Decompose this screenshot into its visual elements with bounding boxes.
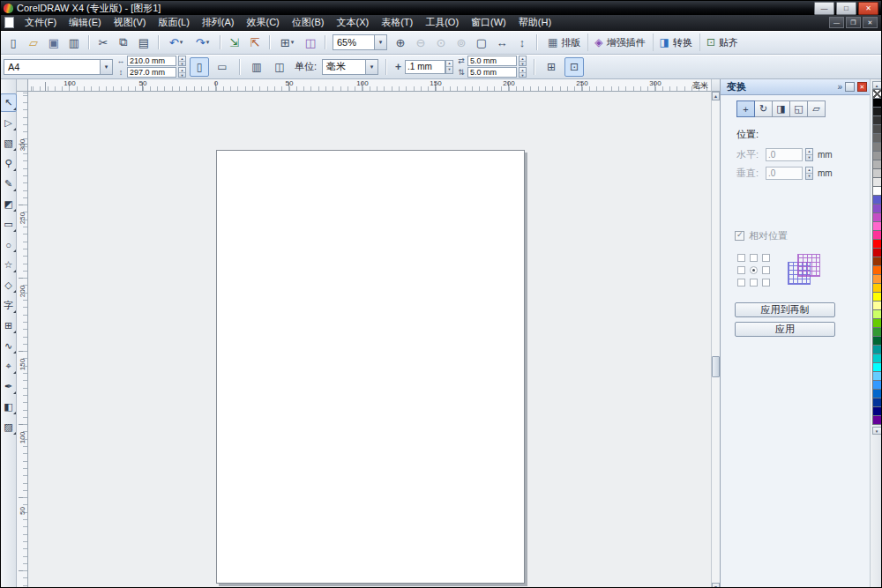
redo-button[interactable]: ↷▾ xyxy=(190,33,215,52)
units-select[interactable]: 毫米 ▾ xyxy=(322,59,378,75)
duplicate-x-spinner[interactable] xyxy=(519,56,527,66)
transform-rotate-tab[interactable]: ↻ xyxy=(754,100,773,117)
palette-scroll-up-button[interactable]: ▴ xyxy=(872,81,882,89)
anchor-cell[interactable] xyxy=(750,279,758,287)
transform-skew-tab[interactable]: ▱ xyxy=(807,100,826,117)
zoom-out-button[interactable]: ⊖▾ xyxy=(411,33,430,52)
menu-effects[interactable]: 效果(C) xyxy=(241,15,286,30)
convert-button[interactable]: ◨转换 xyxy=(653,33,699,51)
dropdown-arrow-icon[interactable]: ▾ xyxy=(365,60,377,74)
fill-tool[interactable]: ◧ xyxy=(0,398,17,416)
close-button[interactable]: ✕ xyxy=(858,2,878,15)
interactive-fill-tool[interactable]: ▨ xyxy=(0,418,17,436)
menu-window[interactable]: 窗口(W) xyxy=(465,15,512,30)
table-tool[interactable]: ⊞ xyxy=(0,316,17,335)
export-button[interactable]: ⇱▾ xyxy=(245,33,265,52)
scroll-down-button[interactable]: ▼ xyxy=(712,583,720,588)
dropdown-arrow-icon[interactable]: ▾ xyxy=(100,60,112,74)
anchor-cell[interactable] xyxy=(762,254,770,262)
rectangle-tool[interactable]: ▭ xyxy=(0,215,17,234)
mdi-close-button[interactable]: ✕ xyxy=(863,17,878,28)
shape-tool[interactable]: ▷ xyxy=(0,114,17,132)
typeset-button[interactable]: ▦排版 xyxy=(542,33,587,51)
menu-bitmaps[interactable]: 位图(B) xyxy=(286,15,331,30)
import-button[interactable]: ⇲▾ xyxy=(225,33,244,52)
docker-close-button[interactable]: ✕ xyxy=(857,82,867,92)
portrait-button[interactable]: ▯ xyxy=(190,57,209,77)
snap-to-grid-button[interactable]: ⊞ xyxy=(542,57,561,77)
menu-file[interactable]: 文件(F) xyxy=(19,15,63,30)
anchor-cell[interactable] xyxy=(762,279,770,287)
paper-width-spinner[interactable] xyxy=(178,56,186,66)
eyedropper-tool[interactable]: ⌖ xyxy=(0,357,17,376)
paper-height-input[interactable] xyxy=(127,67,176,78)
pick-tool[interactable]: ↖ xyxy=(0,93,17,112)
cut-button[interactable]: ✂▾ xyxy=(93,33,113,52)
copy-button[interactable]: ⧉▾ xyxy=(114,33,133,52)
zoom-tool[interactable]: ⚲ xyxy=(0,154,17,173)
docker-expand-chevron[interactable]: » xyxy=(837,82,842,92)
horizontal-position-input[interactable] xyxy=(766,148,803,161)
undo-button[interactable]: ↶▾ xyxy=(163,33,189,52)
anchor-cell[interactable] xyxy=(750,254,758,262)
paste-button[interactable]: ▤▾ xyxy=(134,33,153,52)
blend-tool[interactable]: ∿ xyxy=(0,337,17,355)
menu-help[interactable]: 帮助(H) xyxy=(512,15,557,30)
polygon-tool[interactable]: ☆ xyxy=(0,256,17,274)
new-button[interactable]: ▯▾ xyxy=(4,33,23,52)
zoom-page-width-button[interactable]: ↔▾ xyxy=(492,33,512,52)
document-page[interactable] xyxy=(216,150,525,584)
all-pages-button[interactable]: ▥ xyxy=(247,57,266,77)
relative-position-checkbox[interactable] xyxy=(735,231,744,241)
landscape-button[interactable]: ▭ xyxy=(213,57,232,77)
basic-shapes-tool[interactable]: ◇ xyxy=(0,276,17,294)
zoom-in-button[interactable]: ⊕▾ xyxy=(391,33,410,52)
current-page-button[interactable]: ◫ xyxy=(270,57,289,77)
vertical-position-input[interactable] xyxy=(766,167,803,180)
docker-rollup-button[interactable] xyxy=(845,82,855,92)
menu-view[interactable]: 视图(V) xyxy=(108,15,153,30)
zoom-selected-button[interactable]: ⊙▾ xyxy=(431,33,451,52)
nudge-spinner[interactable] xyxy=(445,60,453,74)
text-tool[interactable]: 字 xyxy=(0,296,17,315)
paper-type-select[interactable]: A4 ▾ xyxy=(4,59,113,75)
zoom-level-select[interactable]: 65% ▾ xyxy=(333,34,387,50)
minimize-button[interactable]: — xyxy=(814,2,834,15)
palette-scroll-down-button[interactable]: ▾ xyxy=(872,427,882,435)
horizontal-ruler[interactable]: 100 50 0 50 100 150 200 xyxy=(28,79,711,92)
scroll-up-button[interactable]: ▲ xyxy=(712,92,720,100)
mdi-minimize-button[interactable]: — xyxy=(829,17,844,28)
anchor-cell[interactable] xyxy=(750,266,758,274)
enhance-plugins-button[interactable]: ◈增强插件 xyxy=(587,33,651,51)
maximize-button[interactable]: □ xyxy=(836,2,856,15)
ruler-end-button[interactable] xyxy=(711,79,720,92)
vertical-position-spinner[interactable] xyxy=(805,167,813,180)
welcome-screen-button[interactable]: ◫▾ xyxy=(301,33,320,52)
menu-edit[interactable]: 编辑(E) xyxy=(63,15,108,30)
duplicate-x-input[interactable] xyxy=(467,56,517,66)
duplicate-y-spinner[interactable] xyxy=(519,67,527,78)
ruler-origin-button[interactable] xyxy=(17,79,28,92)
apply-to-duplicate-button[interactable]: 应用到再制 xyxy=(735,302,835,317)
menu-arrange[interactable]: 排列(A) xyxy=(196,15,241,30)
vertical-scrollbar[interactable]: ▲ ▼ xyxy=(711,92,720,588)
open-button[interactable]: ▱▾ xyxy=(24,33,43,52)
horizontal-position-spinner[interactable] xyxy=(805,148,813,161)
ellipse-tool[interactable]: ○ xyxy=(0,235,17,254)
app-launcher-button[interactable]: ⊞▾ xyxy=(274,33,300,52)
menu-text[interactable]: 文本(X) xyxy=(330,15,375,30)
transform-scale-mirror-tab[interactable]: ◨ xyxy=(772,100,790,117)
paper-width-input[interactable] xyxy=(127,56,176,66)
apply-button[interactable]: 应用 xyxy=(735,322,835,337)
snap-button[interactable]: ⊡贴齐 xyxy=(699,33,744,51)
menu-table[interactable]: 表格(T) xyxy=(375,15,419,30)
zoom-page-height-button[interactable]: ↕▾ xyxy=(512,33,532,52)
color-swatch[interactable] xyxy=(872,415,882,425)
anchor-cell[interactable] xyxy=(737,254,745,262)
duplicate-y-input[interactable] xyxy=(467,67,517,78)
smart-fill-tool[interactable]: ◩ xyxy=(0,195,17,213)
transform-position-tab[interactable]: + xyxy=(736,100,755,117)
zoom-page-button[interactable]: ▢▾ xyxy=(472,33,491,52)
anchor-cell[interactable] xyxy=(762,266,770,274)
snap-options-button[interactable]: ⊡ xyxy=(564,57,584,77)
